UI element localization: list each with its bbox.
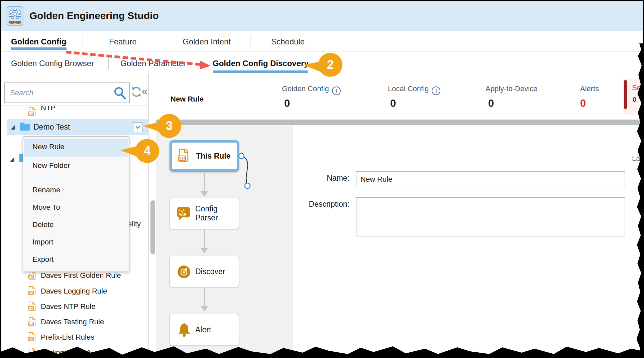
vertical-scrollbar-thumb[interactable] — [150, 200, 155, 254]
svg-text:VAR: VAR — [179, 212, 186, 216]
svg-text:>_$: >_$ — [179, 208, 185, 212]
stat-alerts-label: Alerts — [580, 84, 599, 93]
flow-connector-arrowhead — [200, 306, 208, 312]
stat-golden-config-label: Golden Configi — [282, 84, 341, 95]
flow-connector-arrow — [204, 229, 205, 248]
flow-connector-arrowhead — [200, 191, 208, 197]
stat-alerts-value: 0 — [580, 98, 586, 110]
flow-connector-arrow — [204, 173, 205, 191]
info-icon[interactable]: i — [332, 86, 341, 95]
flow-node-alert[interactable]: Alert — [170, 314, 239, 345]
alert-bell-icon — [178, 323, 191, 337]
search-icon[interactable] — [113, 86, 127, 101]
info-icon[interactable]: i — [432, 86, 440, 95]
search-box — [4, 82, 130, 103]
expand-triangle-icon[interactable] — [10, 124, 16, 130]
cfg-rule-icon — [28, 317, 36, 326]
expand-triangle-icon[interactable] — [9, 156, 15, 162]
config-parser-icon: >_$ VAR — [177, 207, 191, 221]
flow-connector-arrowhead — [200, 248, 208, 253]
app-logo-icon — [7, 6, 23, 26]
folder-icon — [19, 122, 30, 131]
menu-item-import[interactable]: Import — [23, 238, 129, 248]
cfg-rule-icon — [28, 107, 36, 116]
tab-divider — [167, 35, 167, 47]
cfg-rule-icon — [28, 332, 36, 341]
tree-item-rule[interactable]: Daves Logging Rule — [41, 287, 107, 296]
collapse-panel-icon[interactable]: « — [142, 85, 147, 97]
menu-item-rename[interactable]: Rename — [23, 186, 129, 196]
tree-folder-label: Demo Test — [33, 123, 70, 132]
tree-item-partial-text[interactable]: elity — [128, 220, 141, 228]
folder-context-menu: New Rule New Folder Rename Move To Delet… — [23, 136, 129, 272]
rule-description-textarea[interactable] — [356, 197, 625, 236]
subtab-golden-config-discovery[interactable]: Golden Config Discovery — [213, 59, 309, 68]
flow-node-this-rule[interactable]: This Rule — [170, 140, 239, 172]
folder-actions-dropdown-button[interactable] — [133, 122, 142, 132]
name-field-label: Name: — [301, 174, 349, 183]
tree-item-rule[interactable]: Prefix-List Rules — [41, 333, 94, 342]
tree-item-rule[interactable]: Daves First Golden Rule — [41, 271, 121, 280]
selected-rule-name: New Rule — [171, 95, 204, 104]
stat-local-config-value: 0 — [390, 98, 396, 110]
menu-item-delete[interactable]: Delete — [23, 220, 129, 230]
active-subtab-underline — [213, 70, 308, 73]
tab-golden-intent[interactable]: Golden Intent — [183, 37, 231, 46]
active-tab-underline — [11, 47, 67, 50]
stat-severity-value: 0 — [633, 96, 636, 104]
tab-divider — [250, 35, 250, 47]
flow-node-config-parser[interactable]: >_$ VAR Config Parser — [170, 198, 239, 229]
tree-folder-demo-test[interactable]: Demo Test — [7, 119, 148, 135]
app-header: Golden Engineering Studio — [1, 1, 643, 31]
severity-bar — [624, 80, 627, 109]
cfg-rule-icon — [28, 286, 36, 295]
subtab-golden-config-browser[interactable]: Golden Config Browser — [11, 59, 94, 68]
discover-icon — [177, 265, 191, 279]
subtab-divider — [108, 55, 109, 69]
rule-stats-bar: New Rule Golden Configi 0 Local Configi … — [149, 74, 643, 119]
app-title: Golden Engineering Studio — [29, 10, 159, 21]
horizontal-scrollbar[interactable] — [156, 120, 643, 125]
rule-name-input[interactable] — [356, 171, 625, 187]
tree-item-ntp-clipped[interactable]: NTP — [41, 106, 56, 112]
menu-separator — [24, 178, 128, 178]
chevron-down-icon — [135, 125, 141, 130]
menu-item-export[interactable]: Export — [23, 255, 129, 265]
flow-connector-arrow — [204, 288, 205, 306]
tab-feature[interactable]: Feature — [109, 37, 137, 46]
stat-golden-config-value: 0 — [284, 98, 290, 110]
cfg-rule-icon — [28, 271, 36, 280]
tab-schedule[interactable]: Schedule — [271, 37, 305, 46]
tree-item-rule[interactable]: Daves Testing Rule — [41, 318, 104, 326]
tab-golden-config[interactable]: Golden Config — [11, 37, 66, 46]
stat-local-config-label: Local Configi — [388, 84, 440, 95]
annotation-arrow-head — [200, 61, 211, 70]
sidebar-divider — [1, 106, 148, 106]
cfg-rule-icon — [178, 149, 189, 163]
rule-tree: NTP Demo Test elity Daves First Golden R… — [1, 106, 148, 357]
sidebar: « NTP Demo Test elity — [1, 74, 149, 357]
menu-item-new-rule[interactable]: New Rule — [23, 143, 129, 153]
description-field-label: Description: — [298, 200, 349, 209]
app-window: Golden Engineering Studio Golden Config … — [0, 0, 644, 358]
main-tab-bar: Golden Config Feature Golden Intent Sche… — [1, 31, 643, 51]
menu-item-move-to[interactable]: Move To — [23, 203, 129, 213]
tree-item-rule[interactable]: Daves NTP Rule — [41, 302, 95, 311]
flow-node-discover[interactable]: Discover — [170, 256, 239, 287]
cfg-rule-icon — [28, 302, 36, 311]
search-input[interactable] — [9, 85, 111, 101]
node-link-connector[interactable] — [234, 144, 274, 197]
tab-divider — [83, 35, 83, 47]
stat-apply-to-device-value: 0 — [488, 98, 494, 110]
refresh-icon[interactable] — [131, 86, 142, 98]
stat-apply-to-device-label: Apply-to-Device — [486, 84, 537, 93]
menu-item-new-folder[interactable]: New Folder — [23, 161, 129, 171]
